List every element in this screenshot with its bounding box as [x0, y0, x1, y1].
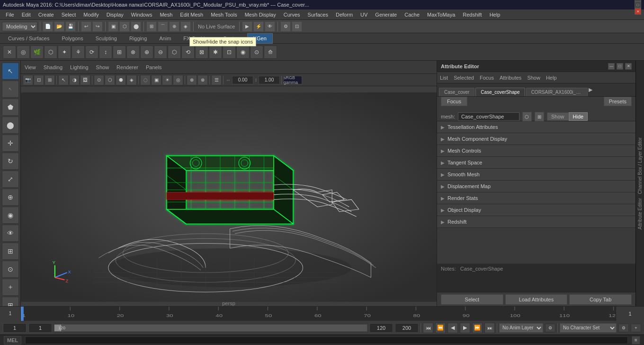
menu-mesh-tools[interactable]: Mesh Tools [207, 11, 241, 18]
menu-create[interactable]: Create [35, 11, 58, 18]
anim-next-frame-btn[interactable]: ⏩ [472, 323, 483, 333]
attr-maximize-btn[interactable]: □ [617, 63, 623, 70]
snap-grid-btn[interactable]: ⊞ [146, 21, 157, 32]
render-btn[interactable]: ▶ [242, 21, 252, 32]
attr-section-mesh-controls-header[interactable]: ▶ Mesh Controls [437, 145, 635, 156]
anim-last-frame-btn[interactable]: ⏭ [484, 323, 495, 333]
anim-layer-select[interactable]: No Anim Layer [499, 323, 543, 333]
shelf-icon-18[interactable]: ◉ [236, 45, 250, 59]
attr-nav-attributes[interactable]: Attributes [500, 75, 521, 81]
new-scene-btn[interactable]: 📄 [43, 21, 53, 32]
attr-close-btn[interactable]: ✕ [625, 63, 632, 70]
attr-section-displacement-header[interactable]: ▶ Displacement Map [437, 181, 635, 192]
anim-play-btn[interactable]: ▶ [460, 323, 470, 333]
timeline-slider[interactable]: 120 [54, 324, 367, 332]
menu-edit-mesh[interactable]: Edit Mesh [176, 11, 207, 18]
shelf-icon-16[interactable]: ✱ [209, 45, 222, 59]
char-set-select[interactable]: No Character Set [560, 323, 617, 333]
shelf-icon-5[interactable]: ✦ [58, 45, 71, 59]
gamma-badge[interactable]: sRGB gamma [283, 76, 302, 84]
undo-btn[interactable]: ↩ [81, 21, 91, 32]
shelf-icon-1[interactable]: ✕ [3, 45, 16, 59]
vp-filmgate-icon[interactable]: ⊡ [34, 75, 44, 85]
attr-tab-case-cover-shape[interactable]: Case_coverShape [475, 88, 525, 96]
vp-smooth-icon[interactable]: ◌ [140, 75, 151, 85]
shelf-icon-7[interactable]: ⟳ [85, 45, 98, 59]
attr-section-object-display-header[interactable]: ▶ Object Display [437, 204, 635, 216]
attr-nav-focus[interactable]: Focus [480, 75, 494, 81]
viewport-menu-view[interactable]: View [25, 64, 36, 70]
shelf-icon-11[interactable]: ⊕ [140, 45, 153, 59]
tab-sculpting[interactable]: Sculpting [89, 33, 123, 44]
viewport-menu-lighting[interactable]: Lighting [70, 64, 89, 70]
shelf-icon-4[interactable]: ⬡ [44, 45, 57, 59]
vp-grid-icon[interactable]: ⊞ [45, 75, 55, 85]
anim-layer-options-btn[interactable]: ⚙ [545, 324, 555, 332]
ipr-btn[interactable]: ⚡ [253, 21, 264, 32]
attr-tab-next-arrow[interactable]: ▶ [589, 87, 592, 93]
anim-prev-frame-btn[interactable]: ◀ [447, 323, 458, 333]
show-hide-btn[interactable]: 👁 [2, 225, 19, 242]
tab-curves-surfaces[interactable]: Curves / Surfaces [2, 33, 55, 44]
vp-val1-input[interactable]: 0.00 [232, 76, 253, 84]
snap-surface-btn[interactable]: ◈ [180, 21, 191, 32]
shelf-icon-9[interactable]: ⊞ [113, 45, 126, 59]
vp-solid-wire-icon[interactable]: ◈ [126, 75, 137, 85]
frame-range-end[interactable]: 120 [369, 323, 393, 333]
attr-minimize-btn[interactable]: — [608, 63, 615, 70]
char-set-options-btn[interactable]: ⚙ [618, 324, 629, 332]
attr-section-redshift-header[interactable]: ▶ Redshift [437, 216, 635, 227]
shelf-icon-8[interactable]: ↕ [99, 45, 112, 59]
attr-nav-show[interactable]: Show [527, 75, 540, 81]
menu-generate[interactable]: Generate [371, 11, 401, 18]
vp-shadows-icon[interactable]: ▣ [151, 75, 161, 85]
vp-shading-icon[interactable]: ◑ [69, 75, 80, 85]
attr-nav-help[interactable]: Help [546, 75, 557, 81]
vp-wire-icon[interactable]: ⬡ [105, 75, 115, 85]
viewport-canvas[interactable]: X Y Z persp [21, 86, 437, 306]
shelf-icon-2[interactable]: ◎ [17, 45, 30, 59]
shelf-icon-17[interactable]: ⊡ [223, 45, 236, 59]
shelf-icon-12[interactable]: ⊖ [154, 45, 167, 59]
snap-point-btn[interactable]: ⊕ [169, 21, 179, 32]
vp-ao-icon[interactable]: ◎ [173, 75, 183, 85]
timeline-ruler[interactable]: 1 10 20 30 40 50 60 70 80 90 100 110 120 [21, 307, 616, 321]
attr-focus-button[interactable]: Focus [441, 97, 467, 106]
attr-tab-corsair[interactable]: CORSAIR_AX1600i_PC_Modular_PSL... [526, 88, 588, 96]
tab-fx-caching[interactable]: FX Caching [177, 33, 216, 44]
menu-file[interactable]: File [2, 11, 18, 18]
attr-collapse-icon[interactable]: ⊞ [535, 112, 544, 121]
universal-manipulator-btn[interactable]: ⊕ [2, 189, 19, 206]
shelf-icon-14[interactable]: ⟲ [181, 45, 195, 59]
menu-redshift[interactable]: Redshift [459, 11, 485, 18]
command-input[interactable] [25, 336, 628, 344]
frame-range-start2[interactable]: 1 [28, 323, 52, 333]
shelf-icon-19[interactable]: ⊙ [250, 45, 263, 59]
layout-btn[interactable]: ⊡ [292, 21, 302, 32]
menu-display[interactable]: Display [103, 11, 127, 18]
attr-load-button[interactable]: Load Attributes [505, 294, 568, 305]
paint-select-btn[interactable]: ⬤ [2, 117, 19, 134]
attr-section-tessellation-header[interactable]: ▶ Tessellation Attributes [437, 121, 635, 133]
script-editor-btn[interactable]: ≡ [632, 336, 640, 345]
viewport-menu-panels[interactable]: Panels [146, 64, 162, 70]
snap-curve-btn[interactable]: ⌒ [158, 21, 168, 32]
attr-section-render-header[interactable]: ▶ Render Stats [437, 192, 635, 204]
soft-select-btn[interactable]: ◉ [2, 207, 19, 224]
menu-mesh[interactable]: Mesh [156, 11, 176, 18]
plus-btn-2[interactable]: ⊞ [2, 297, 19, 306]
tab-anim[interactable]: Anim [153, 33, 177, 44]
save-btn[interactable]: 💾 [65, 21, 76, 32]
attr-mesh-input[interactable] [458, 112, 519, 121]
tab-custom[interactable]: Custom [217, 33, 247, 44]
attr-nav-list[interactable]: List [440, 75, 448, 81]
menu-deform[interactable]: Deform [332, 11, 357, 18]
attr-section-mesh-display-header[interactable]: ▶ Mesh Component Display [437, 133, 635, 145]
attr-copy-button[interactable]: Copy Tab [569, 294, 632, 305]
attr-presets-button[interactable]: Presets [604, 97, 632, 106]
menu-uv[interactable]: UV [357, 11, 371, 18]
attr-hide-label[interactable]: Hide [569, 112, 588, 121]
vp-points-icon[interactable]: ⊙ [94, 75, 104, 85]
open-btn[interactable]: 📂 [54, 21, 64, 32]
paint-btn[interactable]: ⬤ [131, 21, 141, 32]
